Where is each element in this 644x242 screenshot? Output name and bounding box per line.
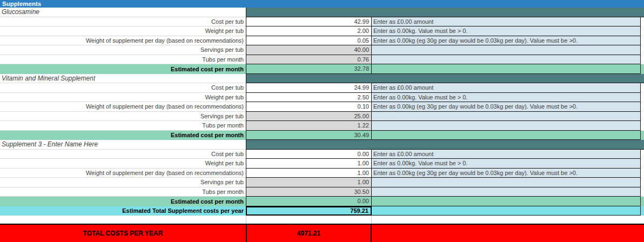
sheet-edge <box>641 17 644 27</box>
section-title-vitamin[interactable]: Vitamin and Mineral Supplement <box>0 74 246 84</box>
section-header-fill <box>246 140 644 150</box>
empty-hint-cell <box>372 187 641 197</box>
s1-tubs-row: Tubs per month 0.76 <box>0 55 644 65</box>
s1-weight-per-tub-cell[interactable]: 2.00 <box>246 26 372 36</box>
row-label: Servings per tub <box>0 112 246 122</box>
s1-cost-per-tub-cell[interactable]: 42.99 <box>246 17 372 27</box>
sheet-header-row: Supplements <box>0 0 644 8</box>
sheet-title: Supplements <box>0 0 644 8</box>
blank-cell <box>246 216 372 224</box>
cost-hint: Enter as £0.00 amount <box>372 83 641 93</box>
s3-weight-per-day-row: Weight of supplement per day (based on r… <box>0 169 644 178</box>
s1-weight-per-day-cell[interactable]: 0.05 <box>246 36 372 46</box>
cost-hint: Enter as £0.00 amount <box>372 17 641 27</box>
sheet-edge <box>641 64 644 74</box>
section-title-glucosamine[interactable]: Glucosamine <box>0 8 246 17</box>
empty-cell <box>372 197 641 206</box>
empty-hint-cell <box>372 55 641 65</box>
weight-per-day-hint: Enter as 0.00kg (eg 30g per day would be… <box>372 36 641 46</box>
s2-cost-per-tub-cell[interactable]: 24.99 <box>246 83 372 93</box>
empty-cell <box>372 131 641 140</box>
section-header-fill <box>246 8 644 17</box>
weight-hint: Enter as 0.00kg. Value must be > 0. <box>372 93 641 103</box>
s3-weight-per-tub-row: Weight per tub 1.00 Enter as 0.00kg. Val… <box>0 159 644 169</box>
s2-weight-per-tub-row: Weight per tub 2.50 Enter as 0.00kg. Val… <box>0 93 644 103</box>
sheet-edge <box>641 121 644 131</box>
section-title-supplement3[interactable]: Supplement 3 - Enter Name Here <box>0 140 246 150</box>
row-label: Cost per tub <box>0 150 246 159</box>
s2-estimated-row: Estimated cost per month 30.49 <box>0 131 644 140</box>
section-row-glucosamine: Glucosamine <box>0 8 644 17</box>
s2-cost-per-tub-row: Cost per tub 24.99 Enter as £0.00 amount <box>0 83 644 93</box>
row-label: Weight of supplement per day (based on r… <box>0 169 246 178</box>
s3-tubs-row: Tubs per month 30.50 <box>0 187 644 197</box>
s3-weight-per-day-cell[interactable]: 1.00 <box>246 169 372 178</box>
s2-estimated-cost-cell: 30.49 <box>246 131 372 140</box>
sheet-edge <box>641 45 644 55</box>
empty-cell <box>372 206 641 216</box>
empty-hint-cell <box>372 178 641 187</box>
weight-per-day-hint: Enter as 0.00kg (eg 30g per day would be… <box>372 169 641 178</box>
s3-cost-per-tub-cell[interactable]: 0.00 <box>246 150 372 159</box>
sheet-edge <box>641 216 644 224</box>
row-label: Servings per tub <box>0 178 246 187</box>
empty-hint-cell <box>372 45 641 55</box>
sheet-edge <box>641 102 644 112</box>
spacer-row <box>0 216 644 224</box>
s1-estimated-cost-cell: 32.78 <box>246 64 372 74</box>
supplement-year-total-row: Estimated Total Supplement costs per yea… <box>0 206 644 216</box>
weight-hint: Enter as 0.00kg. Value must be > 0. <box>372 26 641 36</box>
s1-cost-per-tub-row: Cost per tub 42.99 Enter as £0.00 amount <box>0 17 644 27</box>
sheet-edge <box>641 55 644 65</box>
supplement-year-total-label: Estimated Total Supplement costs per yea… <box>0 206 246 216</box>
s1-servings-row: Servings per tub 40.00 <box>0 45 644 55</box>
row-label: Tubs per month <box>0 187 246 197</box>
s2-servings-per-tub-cell: 25.00 <box>246 112 372 122</box>
sheet-edge <box>641 112 644 122</box>
supplements-spreadsheet: Supplements Glucosamine Cost per tub 42.… <box>0 0 644 242</box>
sheet-edge <box>641 131 644 140</box>
s2-weight-per-day-row: Weight of supplement per day (based on r… <box>0 102 644 112</box>
s3-weight-per-tub-cell[interactable]: 1.00 <box>246 159 372 169</box>
s3-servings-per-tub-cell: 1.00 <box>246 178 372 187</box>
s2-tubs-per-month-cell: 1.22 <box>246 121 372 131</box>
grand-total-label: TOTAL COSTS PER YEAR <box>0 225 246 242</box>
sheet-edge <box>641 169 644 178</box>
row-label: Tubs per month <box>0 55 246 65</box>
row-label: Weight per tub <box>0 159 246 169</box>
s1-weight-per-day-row: Weight of supplement per day (based on r… <box>0 36 644 46</box>
grand-total-cell: 4971.21 <box>246 225 372 242</box>
s2-servings-row: Servings per tub 25.00 <box>0 112 644 122</box>
estimated-label: Estimated cost per month <box>0 131 246 140</box>
s2-weight-per-day-cell[interactable]: 0.10 <box>246 102 372 112</box>
empty-cell <box>372 64 641 74</box>
s1-tubs-per-month-cell: 0.76 <box>246 55 372 65</box>
s3-estimated-row: Estimated cost per month 0.00 <box>0 197 644 206</box>
sheet-edge <box>641 206 644 216</box>
weight-per-day-hint: Enter as 0.00kg (eg 30g per day would be… <box>372 102 641 112</box>
row-label: Weight of supplement per day (based on r… <box>0 36 246 46</box>
section-row-vitamin: Vitamin and Mineral Supplement <box>0 74 644 84</box>
empty-hint-cell <box>372 112 641 122</box>
sheet-edge <box>641 197 644 206</box>
empty-hint-cell <box>372 121 641 131</box>
sheet-edge <box>641 159 644 169</box>
s3-servings-row: Servings per tub 1.00 <box>0 178 644 187</box>
section-row-supplement3: Supplement 3 - Enter Name Here <box>0 140 644 150</box>
row-label: Weight of supplement per day (based on r… <box>0 102 246 112</box>
row-label: Weight per tub <box>0 26 246 36</box>
row-label: Tubs per month <box>0 121 246 131</box>
weight-hint: Enter as 0.00kg. Value must be > 0. <box>372 159 641 169</box>
s3-cost-per-tub-row: Cost per tub 0.00 Enter as £0.00 amount <box>0 150 644 159</box>
row-label: Cost per tub <box>0 17 246 27</box>
s2-weight-per-tub-cell[interactable]: 2.50 <box>246 93 372 103</box>
s3-tubs-per-month-cell: 30.50 <box>246 187 372 197</box>
row-label: Servings per tub <box>0 45 246 55</box>
s1-estimated-row: Estimated cost per month 32.78 <box>0 64 644 74</box>
sheet-edge <box>641 26 644 36</box>
row-label: Cost per tub <box>0 83 246 93</box>
estimated-label: Estimated cost per month <box>0 197 246 206</box>
sheet-edge <box>641 187 644 197</box>
row-label: Weight per tub <box>0 93 246 103</box>
s1-weight-per-tub-row: Weight per tub 2.00 Enter as 0.00kg. Val… <box>0 26 644 36</box>
